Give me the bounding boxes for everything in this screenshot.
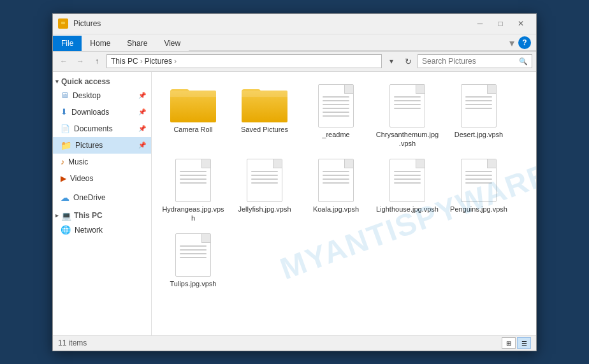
music-icon: ♪ bbox=[61, 157, 64, 166]
quick-access-header[interactable]: ▾ Quick access bbox=[53, 75, 151, 87]
status-bar: 11 items ⊞ ☰ bbox=[53, 335, 536, 351]
file-name: Penguins.jpg.vpsh bbox=[450, 205, 507, 214]
file-name: _readme bbox=[322, 130, 349, 139]
search-input[interactable] bbox=[422, 57, 519, 66]
sidebar-item-label: Documents bbox=[74, 124, 113, 133]
sidebar-item-downloads[interactable]: ⬇ Downloads 📌 bbox=[53, 104, 151, 120]
tab-share[interactable]: Share bbox=[119, 36, 156, 51]
doc-icon-lighthouse bbox=[389, 159, 425, 202]
thispc-header[interactable]: ▸ 💻 This PC bbox=[53, 208, 151, 222]
sidebar-item-videos[interactable]: ▶ Videos bbox=[53, 170, 151, 187]
sidebar-item-label: Network bbox=[75, 226, 103, 235]
view-large-icons-button[interactable]: ⊞ bbox=[502, 337, 516, 349]
title-bar-icons bbox=[58, 18, 68, 29]
sidebar-item-label: Downloads bbox=[71, 108, 109, 117]
item-count: 11 items bbox=[58, 339, 87, 347]
path-segment-pictures[interactable]: Pictures bbox=[145, 57, 172, 66]
file-name: Hydrangeas.jpg.vpsh bbox=[161, 205, 225, 223]
doc-icon-jellyfish bbox=[247, 159, 282, 202]
up-button[interactable]: ↑ bbox=[90, 54, 104, 68]
file-item-camera-roll[interactable]: Camera Roll bbox=[158, 78, 228, 152]
window-icon bbox=[58, 18, 68, 29]
explorer-window: Pictures ─ □ ✕ File Home Share View ▾ ? … bbox=[52, 13, 537, 351]
ribbon: File Home Share View ▾ ? bbox=[53, 34, 536, 52]
quick-access-label: Quick access bbox=[61, 77, 110, 86]
doc-icon-penguins bbox=[461, 159, 497, 202]
file-area-wrapper: MYANTISPYWARE.COM Camera Roll bbox=[152, 72, 536, 335]
doc-icon-tulips bbox=[175, 233, 211, 277]
help-button[interactable]: ? bbox=[518, 36, 531, 49]
sidebar-item-music[interactable]: ♪ Music bbox=[53, 154, 151, 170]
main-content: ▾ Quick access 🖥 Desktop 📌 ⬇ Downloads 📌… bbox=[53, 72, 536, 335]
ribbon-expand-icon[interactable]: ▾ bbox=[509, 37, 514, 49]
refresh-button[interactable]: ↻ bbox=[401, 54, 415, 68]
recent-locations-button[interactable]: ▾ bbox=[384, 54, 398, 68]
sidebar-item-network[interactable]: 🌐 Network bbox=[53, 222, 151, 238]
ribbon-tabs: File Home Share View ▾ ? bbox=[53, 34, 536, 51]
pin-icon: 📌 bbox=[138, 108, 146, 115]
file-item-jellyfish[interactable]: Jellyfish.jpg.vpsh bbox=[229, 153, 300, 226]
tab-file[interactable]: File bbox=[53, 36, 82, 51]
file-grid: Camera Roll Saved Pictures bbox=[158, 78, 530, 301]
file-item-chrysanthemum[interactable]: Chrysanthemum.jpg.vpsh bbox=[372, 78, 442, 152]
file-item-desert[interactable]: Desert.jpg.vpsh bbox=[444, 78, 514, 152]
sidebar-item-label: OneDrive bbox=[73, 193, 106, 202]
view-details-button[interactable]: ☰ bbox=[517, 337, 531, 349]
file-name: Saved Pictures bbox=[241, 125, 288, 134]
view-controls: ⊞ ☰ bbox=[502, 337, 531, 349]
doc-icon-hydrangeas bbox=[175, 159, 211, 202]
title-bar-controls: ─ □ ✕ bbox=[470, 16, 531, 31]
downloads-icon: ⬇ bbox=[61, 107, 68, 117]
pin-icon: 📌 bbox=[138, 142, 146, 149]
onedrive-icon: ☁ bbox=[61, 193, 69, 203]
file-name: Koala.jpg.vpsh bbox=[313, 205, 359, 214]
doc-icon-chrysanthemum bbox=[389, 84, 425, 127]
sidebar-item-label: Music bbox=[68, 157, 88, 166]
sidebar-item-label: Pictures bbox=[75, 141, 103, 150]
window-title: Pictures bbox=[73, 19, 470, 28]
search-box[interactable]: 🔍 bbox=[418, 54, 532, 68]
title-bar: Pictures ─ □ ✕ bbox=[53, 14, 536, 34]
sidebar-item-label: Videos bbox=[70, 174, 93, 183]
sidebar-item-onedrive[interactable]: ☁ OneDrive bbox=[53, 189, 151, 206]
tab-home[interactable]: Home bbox=[82, 36, 119, 51]
file-item-readme[interactable]: _readme bbox=[301, 78, 371, 152]
address-path[interactable]: This PC › Pictures › bbox=[106, 54, 382, 68]
doc-icon-desert bbox=[461, 84, 497, 127]
desktop-icon: 🖥 bbox=[61, 91, 69, 100]
thispc-label: This PC bbox=[74, 211, 103, 220]
chevron-right-icon: ▸ bbox=[55, 212, 59, 219]
search-icon: 🔍 bbox=[519, 57, 528, 66]
sidebar-item-label: Desktop bbox=[73, 91, 101, 100]
sidebar: ▾ Quick access 🖥 Desktop 📌 ⬇ Downloads 📌… bbox=[53, 72, 152, 335]
close-button[interactable]: ✕ bbox=[511, 16, 531, 31]
file-name: Tulips.jpg.vpsh bbox=[170, 279, 217, 288]
folder-icon-camera-roll bbox=[170, 84, 216, 122]
path-segment-thispc[interactable]: This PC bbox=[111, 57, 138, 66]
file-name: Jellyfish.jpg.vpsh bbox=[238, 205, 291, 214]
back-button[interactable]: ← bbox=[57, 54, 71, 68]
file-name: Desert.jpg.vpsh bbox=[454, 130, 503, 139]
sidebar-item-documents[interactable]: 📄 Documents 📌 bbox=[53, 120, 151, 137]
file-item-lighthouse[interactable]: Lighthouse.jpg.vpsh bbox=[372, 153, 442, 226]
file-item-hydrangeas[interactable]: Hydrangeas.jpg.vpsh bbox=[158, 153, 228, 226]
file-item-penguins[interactable]: Penguins.jpg.vpsh bbox=[444, 153, 514, 226]
tab-view[interactable]: View bbox=[156, 36, 189, 51]
pin-icon: 📌 bbox=[138, 92, 146, 99]
path-separator-2: › bbox=[174, 57, 177, 66]
sidebar-item-pictures[interactable]: 📁 Pictures 📌 bbox=[53, 137, 151, 154]
sidebar-item-desktop[interactable]: 🖥 Desktop 📌 bbox=[53, 87, 151, 104]
network-icon: 🌐 bbox=[61, 225, 71, 235]
file-item-koala[interactable]: Koala.jpg.vpsh bbox=[301, 153, 371, 226]
maximize-button[interactable]: □ bbox=[490, 16, 511, 31]
file-item-tulips[interactable]: Tulips.jpg.vpsh bbox=[158, 228, 228, 301]
forward-button[interactable]: → bbox=[73, 54, 87, 68]
file-name: Lighthouse.jpg.vpsh bbox=[376, 205, 439, 214]
chevron-down-icon: ▾ bbox=[55, 78, 59, 85]
video-icon: ▶ bbox=[61, 174, 66, 183]
file-item-saved-pictures[interactable]: Saved Pictures bbox=[229, 78, 300, 152]
pin-icon: 📌 bbox=[138, 125, 146, 132]
file-name: Camera Roll bbox=[173, 125, 212, 134]
doc-icon-readme bbox=[318, 84, 354, 127]
minimize-button[interactable]: ─ bbox=[470, 16, 490, 31]
